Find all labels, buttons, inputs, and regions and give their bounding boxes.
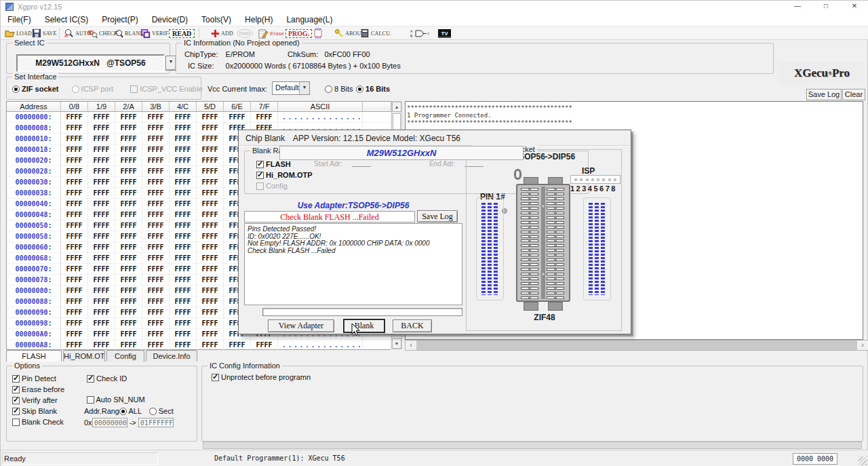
hex-cell[interactable]: FFFF xyxy=(170,177,197,188)
bits16-radio[interactable] xyxy=(356,85,363,93)
hex-cell[interactable]: FFFF xyxy=(88,329,115,340)
hex-cell[interactable]: FFFF xyxy=(170,210,197,220)
hex-column-header[interactable]: 3/B xyxy=(142,102,170,112)
hex-cell[interactable]: FFFF xyxy=(197,340,224,351)
tab-flash[interactable]: FLASH xyxy=(6,350,62,362)
hex-cell[interactable]: FFFF xyxy=(197,188,224,199)
auto-sn-checkbox[interactable] xyxy=(87,396,94,404)
hex-cell[interactable]: FFFF xyxy=(61,155,88,166)
logic-gate-button[interactable]: ABY xyxy=(410,26,431,40)
hex-cell[interactable]: FFFF xyxy=(115,112,142,123)
flash-checkbox[interactable] xyxy=(256,161,264,168)
hex-cell[interactable]: FFFF xyxy=(88,155,115,166)
hex-column-header[interactable]: 5/D xyxy=(197,102,224,112)
hex-cell[interactable]: FFFF xyxy=(115,318,142,329)
hex-column-header[interactable]: 4/C xyxy=(170,102,197,112)
hex-cell[interactable]: FFFF xyxy=(170,220,197,231)
hex-cell[interactable]: FFFF xyxy=(170,253,197,264)
zif-socket-radio[interactable] xyxy=(12,85,20,93)
view-adapter-button[interactable]: View Adapter xyxy=(268,319,334,332)
hex-cell[interactable]: FFFF xyxy=(61,188,88,199)
blank-check-checkbox[interactable] xyxy=(12,419,20,426)
scroll-left-button[interactable]: ‹ xyxy=(406,341,416,350)
maximize-button[interactable]: □ xyxy=(812,1,840,13)
hex-cell[interactable]: FFFF xyxy=(61,253,88,264)
menu-project[interactable]: Project(P) xyxy=(95,15,144,24)
hex-cell[interactable]: FFFF xyxy=(170,307,197,318)
hex-cell[interactable]: FFFF xyxy=(197,134,224,144)
hex-cell[interactable]: FFFF xyxy=(197,144,224,155)
dialog-save-log-button[interactable]: Save Log xyxy=(417,210,458,222)
hex-cell[interactable]: FFFF xyxy=(115,286,142,296)
hex-cell[interactable]: FFFF xyxy=(115,123,142,134)
hex-cell[interactable]: FFFF xyxy=(61,231,88,242)
hex-cell[interactable]: FFFF xyxy=(61,220,88,231)
hex-cell[interactable]: FFFF xyxy=(142,177,170,188)
hex-cell[interactable]: FFFF xyxy=(170,144,197,155)
hex-cell[interactable]: FFFF xyxy=(61,242,88,253)
hex-cell[interactable]: FFFF xyxy=(88,275,115,286)
addr-all-radio[interactable] xyxy=(119,408,127,415)
clear-button[interactable]: Clear xyxy=(842,89,865,100)
ram-button[interactable]: RAM xyxy=(237,26,253,40)
hex-cell[interactable]: FFFF xyxy=(61,318,88,329)
hex-cell[interactable]: FFFF xyxy=(197,329,224,340)
hex-cell[interactable]: FFFF xyxy=(115,231,142,242)
hex-cell[interactable]: FFFF xyxy=(88,340,115,351)
hex-cell[interactable]: FFFF xyxy=(115,329,142,340)
blank-button[interactable]: F BLANK xyxy=(113,26,144,40)
auto-button[interactable]: A AUTO xyxy=(64,26,91,40)
hex-cell[interactable]: FFFF xyxy=(197,242,224,253)
hex-cell[interactable]: FFFF xyxy=(88,199,115,210)
hex-cell[interactable]: FFFF xyxy=(88,220,115,231)
hex-column-header[interactable]: ASCII xyxy=(278,102,363,112)
hex-cell[interactable]: FFFF xyxy=(197,307,224,318)
chip-button[interactable] xyxy=(313,26,323,40)
hex-cell[interactable]: FFFF xyxy=(142,264,170,275)
hex-cell[interactable]: FFFF xyxy=(197,112,224,123)
hex-cell[interactable]: FFFF xyxy=(142,296,170,307)
hex-column-header[interactable]: 6/E xyxy=(224,102,251,112)
check-id-checkbox[interactable] xyxy=(87,375,94,383)
hex-cell[interactable]: FFFF xyxy=(142,188,170,199)
menu-tools[interactable]: Tools(V) xyxy=(195,15,238,24)
hex-cell[interactable]: FFFF xyxy=(197,155,224,166)
hex-cell[interactable]: FFFF xyxy=(61,340,88,351)
hex-cell[interactable]: FFFF xyxy=(197,177,224,188)
hex-cell[interactable]: FFFF xyxy=(170,199,197,210)
read-button[interactable]: READ xyxy=(169,26,195,40)
hex-cell[interactable]: FFFF xyxy=(142,242,170,253)
hex-cell[interactable]: FFFF xyxy=(88,253,115,264)
hex-cell[interactable]: FFFF xyxy=(170,231,197,242)
hex-cell[interactable]: FFFF xyxy=(197,220,224,231)
addr-to-input[interactable]: 01FFFFFF xyxy=(138,418,174,427)
hex-cell[interactable]: FFFF xyxy=(88,242,115,253)
hex-cell[interactable]: FFFF xyxy=(115,275,142,286)
scroll-down-button[interactable]: ▼ xyxy=(392,338,401,349)
hex-cell[interactable]: FFFF xyxy=(115,296,142,307)
erase-before-checkbox[interactable] xyxy=(12,386,20,393)
hex-cell[interactable]: FFFF xyxy=(170,242,197,253)
hex-column-header[interactable]: Address xyxy=(7,102,61,112)
erase-button[interactable]: Erase xyxy=(258,26,284,40)
bottom-scrollbar-track[interactable] xyxy=(203,442,862,449)
hex-cell[interactable]: FFFF xyxy=(88,112,115,123)
hex-cell[interactable]: FFFF xyxy=(61,123,88,134)
hex-cell[interactable]: FFFF xyxy=(142,155,170,166)
menu-device[interactable]: Device(D) xyxy=(145,15,195,24)
hex-cell[interactable]: FFFF xyxy=(142,210,170,220)
hex-column-header[interactable] xyxy=(363,102,391,112)
hex-cell[interactable]: FFFF xyxy=(142,166,170,177)
hex-cell[interactable]: FFFF xyxy=(88,307,115,318)
add-button[interactable]: ADD xyxy=(211,26,233,40)
tab-device-info[interactable]: Device.Info xyxy=(146,350,197,362)
hex-cell[interactable]: FFFF xyxy=(197,264,224,275)
verify-button[interactable]: VERIFY xyxy=(140,26,172,40)
hex-cell[interactable]: FFFF xyxy=(142,253,170,264)
close-button[interactable]: ✕ xyxy=(840,1,868,13)
hex-cell[interactable]: FFFF xyxy=(170,166,197,177)
hex-cell[interactable]: FFFF xyxy=(197,123,224,134)
hex-cell[interactable]: FFFF xyxy=(88,123,115,134)
hex-cell[interactable]: FFFF xyxy=(88,264,115,275)
hex-cell[interactable]: FFFF xyxy=(251,340,278,351)
